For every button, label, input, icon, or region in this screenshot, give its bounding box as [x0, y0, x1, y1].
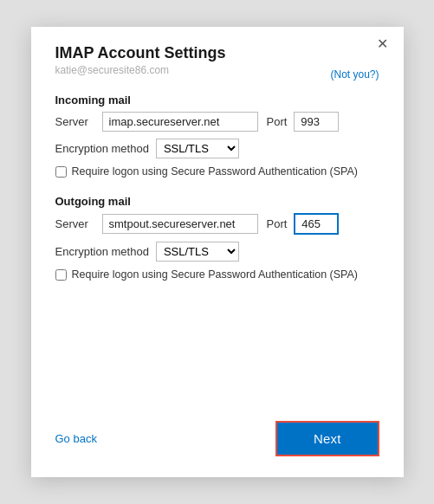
outgoing-port-label: Port: [267, 217, 288, 230]
outgoing-encryption-label: Encryption method: [55, 245, 149, 258]
not-you-link[interactable]: (Not you?): [330, 68, 379, 81]
outgoing-spa-checkbox[interactable]: [55, 269, 67, 281]
imap-account-settings-dialog: ✕ IMAP Account Settings katie@securesite…: [31, 27, 404, 477]
go-back-button[interactable]: Go back: [55, 432, 97, 445]
outgoing-encryption-row: Encryption method SSL/TLS STARTTLS None: [55, 242, 379, 262]
outgoing-spa-row: Require logon using Secure Password Auth…: [55, 268, 379, 281]
incoming-server-row: Server Port: [55, 112, 379, 132]
incoming-encryption-select[interactable]: SSL/TLS STARTTLS None: [156, 139, 239, 158]
incoming-mail-section-label: Incoming mail: [55, 94, 379, 107]
dialog-title: IMAP Account Settings: [55, 44, 379, 62]
outgoing-server-row: Server Port: [55, 213, 379, 235]
incoming-spa-row: Require logon using Secure Password Auth…: [55, 165, 379, 178]
outgoing-server-input[interactable]: [102, 214, 258, 234]
outgoing-server-label: Server: [55, 217, 97, 230]
next-button[interactable]: Next: [275, 421, 379, 456]
outgoing-port-input[interactable]: [294, 213, 339, 235]
incoming-spa-checkbox[interactable]: [55, 166, 67, 178]
dialog-footer: Go back Next: [55, 393, 379, 456]
outgoing-encryption-select[interactable]: SSL/TLS STARTTLS None: [156, 242, 239, 262]
incoming-server-input[interactable]: [102, 112, 258, 132]
incoming-port-label: Port: [267, 115, 288, 128]
incoming-spa-label: Require logon using Secure Password Auth…: [72, 165, 359, 178]
incoming-encryption-label: Encryption method: [55, 142, 149, 155]
incoming-server-label: Server: [55, 115, 97, 128]
outgoing-mail-section-label: Outgoing mail: [55, 195, 379, 208]
incoming-encryption-row: Encryption method SSL/TLS STARTTLS None: [55, 139, 379, 158]
close-button[interactable]: ✕: [373, 36, 392, 53]
incoming-port-input[interactable]: [294, 112, 339, 132]
outgoing-spa-label: Require logon using Secure Password Auth…: [72, 268, 359, 281]
